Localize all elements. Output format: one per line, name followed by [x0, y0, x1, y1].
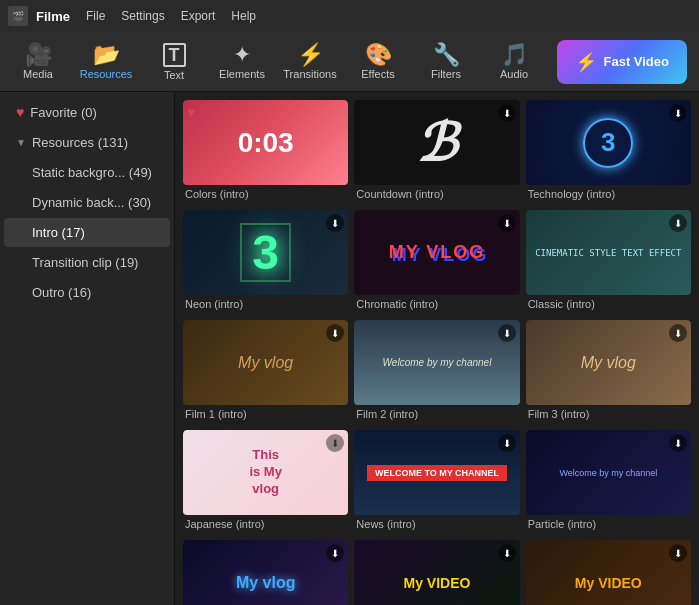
japanese-label: Japanese (intro) — [183, 515, 348, 534]
card-film1[interactable]: My vlog ⬇ Film 1 (intro) — [183, 320, 348, 424]
technology-dl-icon: ⬇ — [669, 104, 687, 122]
myvideo2-dl-icon: ⬇ — [669, 544, 687, 562]
nav-audio-label: Audio — [500, 68, 528, 80]
film2-dl-icon: ⬇ — [498, 324, 516, 342]
myvideo-dl-icon: ⬇ — [498, 544, 516, 562]
app-name: Filme — [36, 9, 70, 24]
particle-dl-icon: ⬇ — [669, 434, 687, 452]
card-particle[interactable]: Welcome by my channel ⬇ Particle (intro) — [526, 430, 691, 534]
sidebar-dynamic-bg-label: Dynamic back... (30) — [32, 195, 151, 210]
sidebar: ♥ Favorite (0) ▼ Resources (131) Static … — [0, 92, 175, 605]
classic-text: CINEMATIC STYLE TEXT EFFECT — [531, 244, 685, 262]
nav-effects[interactable]: 🎨 Effects — [344, 34, 412, 90]
news-bar: WELCOME TO MY CHANNEL — [367, 465, 507, 481]
countdown-dl-icon: ⬇ — [498, 104, 516, 122]
nav-transitions[interactable]: ⚡ Transitions — [276, 34, 344, 90]
film3-label: Film 3 (intro) — [526, 405, 691, 424]
text-icon: T — [163, 43, 186, 67]
colors-time: 0:03 — [238, 127, 294, 159]
nav-filters-label: Filters — [431, 68, 461, 80]
film1-text: My vlog — [238, 354, 293, 372]
menu-help[interactable]: Help — [231, 9, 256, 23]
nav-text-label: Text — [164, 69, 184, 81]
news-dl-icon: ⬇ — [498, 434, 516, 452]
transitions-icon: ⚡ — [297, 44, 324, 66]
nav-transitions-label: Transitions — [283, 68, 336, 80]
nav-elements[interactable]: ✦ Elements — [208, 34, 276, 90]
film3-dl-icon: ⬇ — [669, 324, 687, 342]
fast-video-label: Fast Video — [603, 54, 669, 69]
sidebar-item-outro[interactable]: Outro (16) — [4, 278, 170, 307]
title-bar: 🎬 Filme File Settings Export Help — [0, 0, 699, 32]
film2-label: Film 2 (intro) — [354, 405, 519, 424]
menu-export[interactable]: Export — [181, 9, 216, 23]
sidebar-resources-label: Resources (131) — [32, 135, 128, 150]
mv-text: My vlog — [236, 574, 296, 592]
colors-heart: ♥ — [187, 104, 195, 120]
sidebar-item-dynamic-bg[interactable]: Dynamic back... (30) — [4, 188, 170, 217]
main-content: 0:03 ♥ Colors (intro) ℬ ⬇ Countdown (int… — [175, 92, 699, 605]
nav-filters[interactable]: 🔧 Filters — [412, 34, 480, 90]
card-myvideo[interactable]: My VIDEO ⬇ My VIDEO (intro) — [354, 540, 519, 605]
elements-icon: ✦ — [233, 44, 251, 66]
sidebar-item-static-bg[interactable]: Static backgro... (49) — [4, 158, 170, 187]
jp-text: Thisis Myvlog — [249, 447, 282, 498]
nav-audio[interactable]: 🎵 Audio — [480, 34, 548, 90]
menu-file[interactable]: File — [86, 9, 105, 23]
colors-label: Colors (intro) — [183, 185, 348, 204]
card-japanese[interactable]: Thisis Myvlog ⬇ Japanese (intro) — [183, 430, 348, 534]
film1-label: Film 1 (intro) — [183, 405, 348, 424]
sidebar-item-intro[interactable]: Intro (17) — [4, 218, 170, 247]
menu-settings[interactable]: Settings — [121, 9, 164, 23]
countdown-label: Countdown (intro) — [354, 185, 519, 204]
sidebar-outro-label: Outro (16) — [32, 285, 91, 300]
nav-media[interactable]: 🎥 Media — [4, 34, 72, 90]
chromatic-label: Chromatic (intro) — [354, 295, 519, 314]
film2-text: Welcome by my channel — [383, 357, 492, 368]
card-neon[interactable]: 3 ⬇ Neon (intro) — [183, 210, 348, 314]
card-film2[interactable]: Welcome by my channel ⬇ Film 2 (intro) — [354, 320, 519, 424]
effects-icon: 🎨 — [365, 44, 392, 66]
card-chromatic[interactable]: MY VLOG ⬇ Chromatic (intro) — [354, 210, 519, 314]
news-label: News (intro) — [354, 515, 519, 534]
nav-text[interactable]: T Text — [140, 34, 208, 90]
audio-icon: 🎵 — [501, 44, 528, 66]
sidebar-item-favorite[interactable]: ♥ Favorite (0) — [4, 97, 170, 127]
resource-grid: 0:03 ♥ Colors (intro) ℬ ⬇ Countdown (int… — [183, 100, 691, 605]
card-myvlog[interactable]: My vlog ⬇ My vlog (intro) — [183, 540, 348, 605]
card-film3[interactable]: My vlog ⬇ Film 3 (intro) — [526, 320, 691, 424]
filters-icon: 🔧 — [433, 44, 460, 66]
particle-label: Particle (intro) — [526, 515, 691, 534]
neon-label: Neon (intro) — [183, 295, 348, 314]
classic-label: Classic (intro) — [526, 295, 691, 314]
card-classic[interactable]: CINEMATIC STYLE TEXT EFFECT ⬇ Classic (i… — [526, 210, 691, 314]
top-nav: 🎥 Media 📂 Resources T Text ✦ Elements ⚡ … — [0, 32, 699, 92]
film3-text: My vlog — [581, 354, 636, 372]
chrom-text: MY VLOG — [389, 242, 486, 263]
media-icon: 🎥 — [25, 44, 52, 66]
card-technology[interactable]: 3 ⬇ Technology (intro) — [526, 100, 691, 204]
fast-video-button[interactable]: ⚡ Fast Video — [557, 40, 687, 84]
tech-circle: 3 — [583, 118, 633, 168]
chromatic-dl-icon: ⬇ — [498, 214, 516, 232]
sidebar-static-bg-label: Static backgro... (49) — [32, 165, 152, 180]
nav-effects-label: Effects — [361, 68, 394, 80]
menu-bar: File Settings Export Help — [86, 9, 256, 23]
classic-dl-icon: ⬇ — [669, 214, 687, 232]
sidebar-item-transition-clip[interactable]: Transition clip (19) — [4, 248, 170, 277]
sidebar-favorite-label: Favorite (0) — [30, 105, 96, 120]
neon-num: 3 — [240, 223, 291, 282]
nav-resources[interactable]: 📂 Resources — [72, 34, 140, 90]
card-countdown[interactable]: ℬ ⬇ Countdown (intro) — [354, 100, 519, 204]
sidebar-transition-clip-label: Transition clip (19) — [32, 255, 138, 270]
sidebar-intro-label: Intro (17) — [32, 225, 85, 240]
card-news[interactable]: WELCOME TO MY CHANNEL ⬇ News (intro) — [354, 430, 519, 534]
card-myvideo2[interactable]: My VIDEO ⬇ My VIDEO 2 (intro) — [526, 540, 691, 605]
content-area: ♥ Favorite (0) ▼ Resources (131) Static … — [0, 92, 699, 605]
card-colors[interactable]: 0:03 ♥ Colors (intro) — [183, 100, 348, 204]
mvid-text: My VIDEO — [404, 575, 471, 591]
nav-media-label: Media — [23, 68, 53, 80]
resources-icon: 📂 — [93, 44, 120, 66]
sidebar-item-resources[interactable]: ▼ Resources (131) — [4, 128, 170, 157]
expand-icon: ▼ — [16, 137, 26, 148]
